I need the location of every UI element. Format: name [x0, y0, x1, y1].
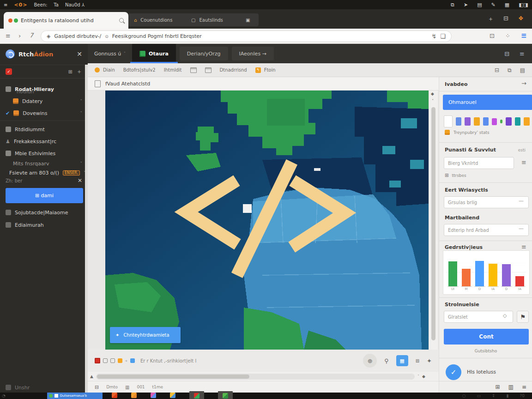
section-link[interactable]: esti	[518, 148, 526, 152]
workspace-dropdown[interactable]: Gonnuss ú ˅	[88, 51, 132, 57]
pinned-tab-bookmarks[interactable]: ▢ Eautslinds	[186, 13, 248, 26]
color-swatch[interactable]	[444, 115, 453, 127]
save-icon[interactable]: ⊟	[95, 384, 99, 390]
downloads-icon[interactable]: ⊡	[490, 32, 495, 39]
launcher-icon[interactable]: ◔	[2, 393, 6, 398]
grid-add-icon[interactable]: ⊞	[68, 69, 73, 75]
toolbar-item-ihtmldit[interactable]: Ihtmldit	[164, 67, 182, 73]
search-icon[interactable]	[119, 18, 124, 23]
keyboard-icon[interactable]: ▦	[505, 2, 509, 8]
section-2-input[interactable]	[444, 196, 529, 208]
tray-circle-icon[interactable]: ○	[462, 393, 466, 398]
vpn-icon[interactable]: 7	[30, 32, 33, 39]
app-browser-icon[interactable]	[112, 393, 117, 398]
list-options-icon[interactable]: ≡	[521, 159, 526, 166]
color-swatch[interactable]	[492, 118, 496, 125]
table-icon[interactable]	[190, 67, 197, 73]
sidebar-item-history[interactable]: Rodat-Hlieray	[0, 83, 88, 95]
toolbar-item-diain[interactable]: Diain	[95, 67, 115, 73]
tool-icon[interactable]: ➤	[464, 2, 468, 8]
scrollbar-track[interactable]	[96, 374, 415, 380]
panel-primary-button[interactable]: Ohmarouel	[443, 95, 532, 110]
app-ide-icon[interactable]	[223, 393, 228, 399]
menu-icon[interactable]: ≡	[6, 32, 11, 39]
collapse-dash-icon[interactable]: —	[519, 225, 524, 231]
bookmark-icon[interactable]: ❏	[440, 33, 446, 40]
grid-icon[interactable]	[205, 67, 212, 73]
sidebar-footer-user[interactable]: Unshr	[0, 381, 88, 393]
tab-iaeonles[interactable]: IAeonles →	[232, 47, 274, 60]
app-terminal-icon[interactable]	[170, 393, 175, 398]
menu-icon[interactable]: ≡	[522, 384, 526, 390]
rows-icon[interactable]: ▤	[520, 67, 525, 73]
panel-icon[interactable]: ⊟	[495, 67, 499, 73]
color-swatch[interactable]	[465, 117, 471, 126]
collapse-dash-icon[interactable]: —	[519, 198, 524, 204]
app-suite-icon[interactable]	[151, 393, 156, 398]
section-3-input[interactable]	[444, 224, 529, 236]
color-swatch[interactable]	[515, 117, 521, 126]
menu-item-3[interactable]: Nau0d ⅄	[65, 2, 85, 7]
list-icon[interactable]: ≡	[520, 50, 525, 57]
sidebar-item-ediaimurah[interactable]: Ediaimurah	[0, 219, 88, 231]
scrollbar-thumb[interactable]	[97, 375, 249, 379]
tab-otaura[interactable]: Otaura	[132, 44, 176, 63]
chart-icon[interactable]: ▥	[508, 384, 514, 390]
expand-icon[interactable]: ⧉	[508, 67, 512, 73]
tray-clock[interactable]: ?0	[520, 393, 525, 398]
color-swatch[interactable]	[506, 117, 512, 126]
tray-network-icon[interactable]: ↕	[492, 393, 496, 398]
color-swatch[interactable]	[474, 117, 480, 126]
map-canvas[interactable]	[105, 91, 429, 350]
picker-button[interactable]: ⚑	[517, 311, 529, 323]
sidebar-item-datery[interactable]: Ddatery ˅	[0, 95, 88, 107]
url-field[interactable]: ◈ Gaslped dirbutev-/ ⊙ Feesikground Pogm…	[41, 30, 452, 42]
pin-icon[interactable]: ⚲	[384, 357, 389, 364]
scroll-end-icon[interactable]: ˅	[417, 375, 419, 379]
locate-button[interactable]: ⊕	[363, 354, 377, 368]
extensions-icon[interactable]: ⁘	[505, 32, 510, 39]
horizontal-scrollbar[interactable]: ▲ ˅ ◆	[88, 372, 439, 381]
chart-options-icon[interactable]: ≡	[521, 243, 526, 250]
battery-icon[interactable]: ◧◨	[519, 2, 528, 8]
cta-button[interactable]: Cont	[444, 329, 529, 345]
notes-icon[interactable]: ▤	[477, 2, 482, 8]
menu-item-1[interactable]: Been:	[34, 2, 47, 7]
calendar-icon[interactable]: ⊞	[496, 384, 500, 390]
window-panel-icon[interactable]: ⊟	[503, 15, 508, 22]
toolbar-item-bdtofrs[interactable]: Bdtofrs|stulv2	[123, 67, 156, 73]
plus-icon[interactable]: ＋	[76, 67, 82, 76]
forward-icon[interactable]: ›	[18, 32, 21, 39]
close-icon[interactable]: ✕	[77, 50, 82, 58]
arrow-right-icon[interactable]: →	[521, 80, 526, 87]
hamburger-menu-icon[interactable]: ≡	[4, 2, 7, 7]
browser-brand-icon[interactable]: ❖	[518, 15, 524, 22]
scroll-left-icon[interactable]: ▲	[90, 374, 93, 379]
layout-icon[interactable]: ⊟	[504, 50, 509, 57]
sidebar-primary-button[interactable]: ⊞ dami	[6, 188, 83, 203]
color-swatch[interactable]	[524, 117, 530, 126]
toolbar-item-dtnadrrisnd[interactable]: Dtnadrrisnd	[220, 67, 247, 73]
close-icon[interactable]: ✕	[78, 177, 82, 184]
checkbox-row[interactable]: ⊞ ttrsbes	[445, 173, 466, 178]
map-overlay-button[interactable]: ✦ Chnteyhtrdwamieta	[110, 327, 181, 343]
pen-icon[interactable]: ✎	[491, 2, 496, 8]
color-swatch[interactable]	[483, 117, 489, 126]
pinned-tab-conversations[interactable]: ⌂ Couenutdions	[128, 13, 191, 26]
vertical-scrollbar[interactable]: ◆ •	[429, 91, 438, 350]
sidebar-item-dovewins[interactable]: ✔ Dovewins ˅	[0, 107, 88, 119]
grid-view-icon[interactable]: ⧈	[416, 357, 419, 364]
section-1-input[interactable]	[444, 157, 514, 169]
add-icon[interactable]: ✦	[427, 357, 432, 364]
pinned-tab-square[interactable]: ▣	[240, 13, 259, 26]
browser-active-tab[interactable]: Entitgents la rataloond utihd	[4, 12, 128, 29]
sidebar-item-sojubtacde[interactable]: Sojubtacde|Maiaome	[0, 206, 88, 218]
tab-derian[interactable]: Derian/yOrzg	[180, 47, 228, 60]
scrollbar-thumb[interactable]	[431, 107, 435, 340]
app-editor-icon[interactable]	[194, 393, 200, 399]
menu-item-2[interactable]: Ta	[54, 2, 59, 7]
chevron-down-icon[interactable]: ˅	[80, 111, 83, 115]
chevron-down-icon[interactable]: ˅	[80, 161, 83, 166]
toolbar-item-ftoin[interactable]: ↰ Ftoin	[255, 67, 276, 73]
reader-mode-icon[interactable]: ↯	[431, 33, 436, 40]
